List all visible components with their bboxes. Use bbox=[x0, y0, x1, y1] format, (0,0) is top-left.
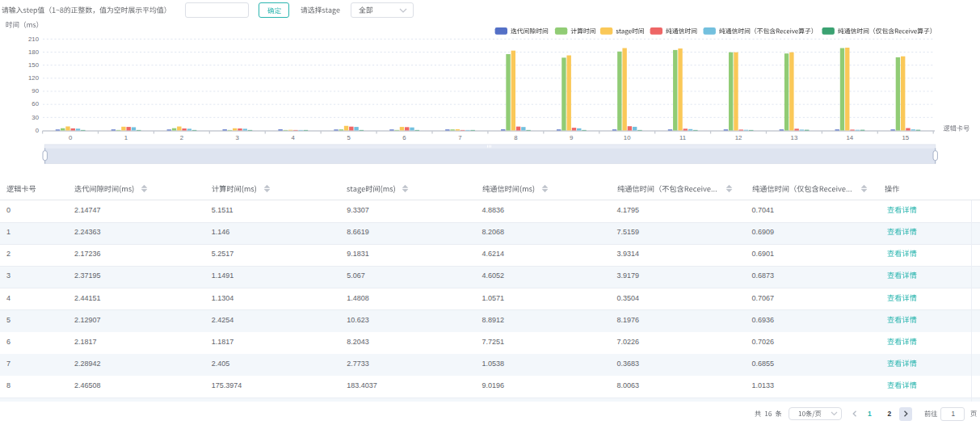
svg-text:11: 11 bbox=[679, 134, 686, 141]
svg-text:210: 210 bbox=[28, 36, 40, 43]
svg-text:7: 7 bbox=[458, 134, 461, 141]
svg-text:150: 150 bbox=[28, 61, 40, 69]
svg-text:30: 30 bbox=[32, 114, 39, 121]
svg-text:3: 3 bbox=[236, 134, 239, 141]
svg-text:8: 8 bbox=[514, 134, 517, 141]
svg-text:0: 0 bbox=[69, 134, 73, 141]
svg-text:60: 60 bbox=[32, 100, 39, 107]
svg-text:9: 9 bbox=[570, 134, 573, 141]
svg-text:10: 10 bbox=[624, 134, 631, 141]
svg-text:5: 5 bbox=[347, 134, 351, 141]
svg-text:180: 180 bbox=[28, 48, 40, 56]
svg-text:13: 13 bbox=[791, 134, 798, 141]
svg-text:12: 12 bbox=[735, 134, 742, 141]
svg-text:90: 90 bbox=[32, 87, 39, 95]
svg-text:2: 2 bbox=[180, 134, 183, 141]
svg-text:6: 6 bbox=[402, 134, 406, 141]
svg-text:1: 1 bbox=[124, 134, 128, 141]
svg-text:15: 15 bbox=[902, 134, 909, 141]
svg-text:4: 4 bbox=[292, 134, 296, 141]
svg-text:120: 120 bbox=[28, 74, 40, 82]
svg-text:14: 14 bbox=[846, 134, 853, 141]
svg-text:0: 0 bbox=[36, 127, 40, 134]
